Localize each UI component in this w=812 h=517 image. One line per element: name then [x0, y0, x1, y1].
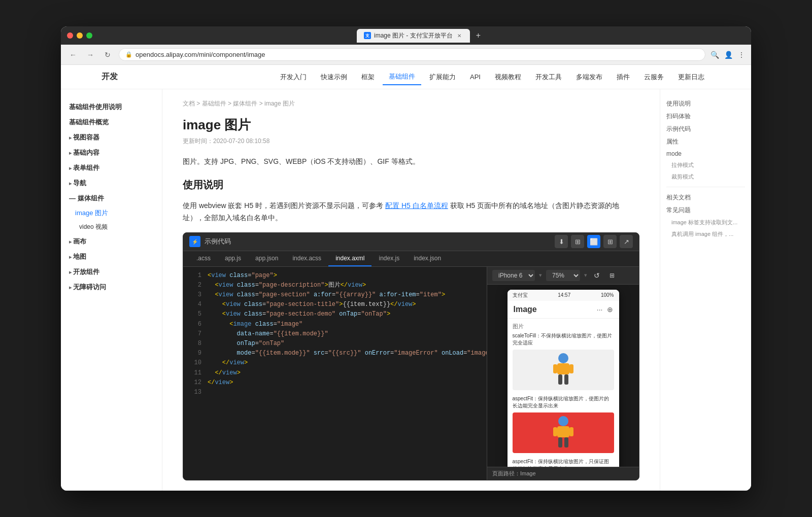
tab-favicon: 支	[364, 32, 371, 39]
phone-time: 14:57	[558, 292, 570, 298]
url-bar[interactable]: 🔒 opendocs.alipay.com/mini/component/ima…	[119, 48, 705, 61]
toc-faq2[interactable]: 真机调用 image 组件，...	[666, 228, 745, 240]
minimize-button[interactable]	[77, 32, 83, 39]
code-line-11: 11 </view>	[183, 368, 487, 378]
toc-lashenmode[interactable]: 拉伸模式	[666, 159, 745, 171]
nav-item-yunfuwu[interactable]: 云服务	[638, 70, 670, 85]
svg-rect-7	[557, 426, 569, 437]
nav-item-gengxin[interactable]: 更新日志	[672, 70, 710, 85]
qrcode-button[interactable]: ⊞	[571, 235, 584, 248]
tab-indexjs[interactable]: index.js	[371, 251, 407, 266]
sidebar-item-jichuneirong[interactable]: 基础内容	[61, 145, 162, 160]
main-content: 文档 > 基础组件 > 媒体组件 > image 图片 image 图片 更新时…	[162, 89, 660, 490]
nav-item-jichuzujian[interactable]: 基础组件	[383, 69, 421, 85]
link-h5-whitelist[interactable]: 配置 H5 白名单流程	[385, 201, 448, 210]
back-button[interactable]: ←	[67, 49, 79, 61]
zoom-select[interactable]: 75% 100%	[546, 270, 580, 281]
tab-title: image 图片 - 支付宝开放平台	[374, 31, 453, 40]
code-line-5: 5 <view class="page-section-demo" onTap=…	[183, 309, 487, 319]
toc-changjianwenti[interactable]: 常见问题	[666, 204, 745, 217]
fullscreen-button[interactable]: ⊞	[603, 235, 617, 248]
phone-header: Image ··· ⊕	[507, 301, 619, 319]
phone-home-icon[interactable]: ⊕	[607, 305, 613, 314]
share-button[interactable]: ↗	[620, 235, 633, 248]
tab-appjson[interactable]: app.json	[248, 251, 285, 266]
phone-content: 图片 scaleToFill：不保持纵横比缩放图片，使图片完全适应	[507, 319, 619, 467]
nav-item-gongju[interactable]: 开发工具	[529, 70, 568, 85]
preview-toolbar: iPhone 6 iPhone ▾ 75% 100% ▾ ↺ ⊞	[487, 267, 639, 285]
sidebar-item-biandanzujian[interactable]: 表单组件	[61, 160, 162, 176]
sidebar-item-wuzhangai[interactable]: 无障碍访问	[61, 280, 162, 295]
tab-appjs[interactable]: app.js	[218, 251, 248, 266]
svg-rect-2	[553, 364, 557, 373]
code-panel[interactable]: 1 <view class="page"> 2 <view class="pag…	[183, 267, 487, 480]
phone-header-title: Image	[514, 305, 537, 314]
right-sidebar: 使用说明 扫码体验 示例代码 属性 mode 拉伸模式 裁剪模式 相关文档 常见…	[660, 89, 751, 490]
phone-image1	[513, 350, 614, 390]
menu-icon: ⋮	[738, 51, 745, 59]
phone-carrier: 支付宝	[513, 292, 528, 299]
svg-rect-8	[553, 427, 557, 436]
nav-item-kuangjia[interactable]: 框架	[355, 70, 381, 85]
split-view-button[interactable]: ⬜	[587, 235, 600, 248]
toc-xiangguan[interactable]: 相关文档	[666, 191, 745, 204]
toc-caijianmode[interactable]: 裁剪模式	[666, 171, 745, 183]
nav-item-kaifa-rumen[interactable]: 开发入门	[274, 70, 313, 85]
sidebar-item-image[interactable]: image 图片	[61, 206, 162, 220]
preview-refresh-button[interactable]: ↺	[591, 270, 602, 281]
nav-item-duoduan[interactable]: 多端发布	[570, 70, 608, 85]
tab-indexacss[interactable]: index.acss	[285, 251, 328, 266]
breadcrumb: 文档 > 基础组件 > 媒体组件 > image 图片	[183, 99, 639, 108]
preview-grid-button[interactable]: ⊞	[606, 270, 618, 281]
tab-indexaxml[interactable]: index.axml	[328, 251, 371, 266]
toc-faq1[interactable]: image 标签支持读取到文...	[666, 217, 745, 228]
toc-shiliedaima[interactable]: 示例代码	[666, 123, 745, 135]
sidebar-item-huabu[interactable]: 画布	[61, 234, 162, 249]
site-logo: 开发	[101, 72, 118, 82]
traffic-lights	[67, 32, 92, 39]
sidebar-item-jichuzujian-gailun[interactable]: 基础组件概览	[61, 115, 162, 130]
toc-shiyongshuoming[interactable]: 使用说明	[666, 97, 745, 110]
nav-item-shipin[interactable]: 视频教程	[489, 70, 527, 85]
svg-point-0	[558, 353, 568, 363]
tab-close-button[interactable]: ✕	[456, 32, 463, 39]
new-tab-button[interactable]: +	[472, 31, 485, 40]
url-text: opendocs.alipay.com/mini/component/image	[136, 51, 265, 58]
sidebar-item-video[interactable]: video 视频	[61, 220, 162, 234]
sidebar-item-shituzhuangqi[interactable]: 视图容器	[61, 130, 162, 145]
code-line-13: 13	[183, 388, 487, 397]
download-button[interactable]: ⬇	[555, 235, 568, 248]
browser-tab-active[interactable]: 支 image 图片 - 支付宝开放平台 ✕	[357, 29, 470, 43]
sidebar-item-ditu[interactable]: 地图	[61, 249, 162, 264]
search-icon[interactable]: 🔍	[710, 51, 719, 59]
tab-indexjson[interactable]: index.json	[407, 251, 448, 266]
phone-more-icon[interactable]: ···	[597, 305, 603, 314]
forward-button[interactable]: →	[84, 49, 96, 61]
maximize-button[interactable]	[86, 32, 92, 39]
toc-saomatiyan[interactable]: 扫码体验	[666, 110, 745, 123]
toc-shuxing[interactable]: 属性	[666, 135, 745, 148]
close-button[interactable]	[67, 32, 73, 39]
nav-item-kuozhan[interactable]: 扩展能力	[423, 70, 462, 85]
toy-figure-2	[548, 415, 579, 451]
sidebar-item-daohang[interactable]: 导航	[61, 176, 162, 191]
demo-footer: 页面路径：Image	[487, 467, 639, 480]
nav-item-api[interactable]: API	[464, 70, 487, 84]
address-bar: ← → ↻ 🔒 opendocs.alipay.com/mini/compone…	[61, 45, 751, 65]
sidebar-item-meiti[interactable]: — 媒体组件	[61, 191, 162, 206]
sidebar-item-kaifanzujian[interactable]: 开放组件	[61, 264, 162, 280]
toc-mode[interactable]: mode	[666, 148, 745, 159]
account-icon[interactable]: 👤	[724, 51, 733, 59]
sidebar-item-jichuzujian-shuoming[interactable]: 基础组件使用说明	[61, 99, 162, 115]
device-select[interactable]: iPhone 6 iPhone	[492, 270, 535, 281]
code-line-7: 7 data-name="{{item.mode}}"	[183, 329, 487, 339]
code-line-3: 3 <view class="page-section" a:for="{{ar…	[183, 290, 487, 300]
nav-item-kuaisu[interactable]: 快速示例	[315, 70, 353, 85]
code-line-6: 6 <image class="image"	[183, 320, 487, 329]
demo-toolbar-icon: ⚡	[189, 236, 200, 247]
phone-img1-desc: scaleToFill：不保持纵横比缩放图片，使图片完全适应	[513, 332, 614, 347]
preview-panel: iPhone 6 iPhone ▾ 75% 100% ▾ ↺ ⊞	[487, 267, 639, 480]
refresh-button[interactable]: ↻	[101, 49, 114, 61]
tab-acss[interactable]: .acss	[189, 251, 218, 266]
nav-item-chajian[interactable]: 插件	[611, 70, 636, 85]
